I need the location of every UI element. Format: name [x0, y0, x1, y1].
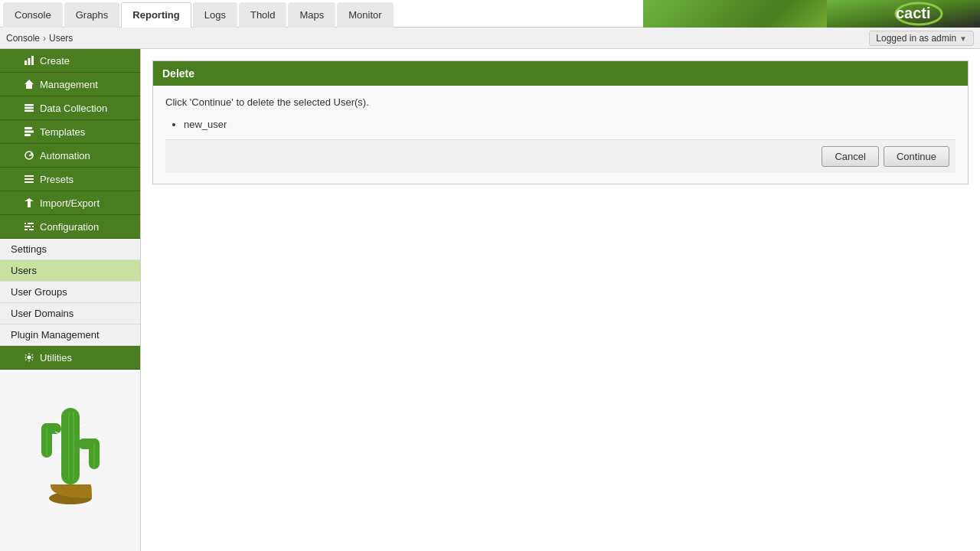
delete-user-item: new_user [184, 117, 956, 132]
sidebar-item-presets[interactable]: Presets [0, 168, 140, 191]
layers-icon [23, 126, 35, 138]
sidebar-label-utilities: Utilities [40, 352, 72, 364]
svg-line-37 [80, 424, 86, 427]
sidebar-label-templates: Templates [40, 126, 85, 138]
sidebar: Create Management Data Collection [0, 49, 141, 551]
svg-line-39 [55, 451, 61, 454]
svg-rect-4 [28, 58, 31, 65]
top-navigation: Console Graphs Reporting Logs Thold Maps… [0, 0, 980, 28]
svg-rect-14 [24, 175, 34, 177]
svg-rect-3 [24, 60, 27, 65]
sidebar-label-create: Create [40, 55, 70, 67]
tab-monitor[interactable]: Monitor [337, 2, 393, 28]
home-icon [23, 78, 35, 90]
stack-icon [23, 102, 35, 114]
sidebar-label-presets: Presets [40, 174, 74, 185]
cycle-icon [23, 149, 35, 161]
svg-rect-15 [24, 178, 34, 180]
svg-rect-28 [41, 423, 61, 434]
svg-point-24 [28, 356, 31, 360]
sidebar-sub-users[interactable]: Users [0, 260, 140, 282]
delete-message: Click 'Continue' to delete the selected … [165, 96, 956, 108]
tab-console[interactable]: Console [3, 2, 63, 28]
svg-rect-26 [61, 408, 80, 484]
svg-marker-6 [24, 80, 34, 89]
breadcrumb-users[interactable]: Users [49, 33, 73, 44]
tab-graphs[interactable]: Graphs [64, 2, 120, 28]
sidebar-item-create[interactable]: Create [0, 49, 140, 73]
tab-logs[interactable]: Logs [193, 2, 237, 28]
delete-panel-title: Delete [153, 61, 968, 86]
svg-rect-23 [28, 228, 29, 231]
sidebar-sub-user-domains[interactable]: User Domains [0, 303, 140, 324]
main-layout: Create Management Data Collection [0, 49, 980, 551]
svg-rect-22 [31, 225, 32, 228]
delete-user-list: new_user [184, 117, 956, 132]
sidebar-sub-plugin-management[interactable]: Plugin Management [0, 324, 140, 346]
delete-panel-body: Click 'Continue' to delete the selected … [153, 86, 968, 184]
svg-rect-9 [24, 110, 34, 112]
tab-maps[interactable]: Maps [288, 2, 335, 28]
svg-rect-5 [31, 56, 34, 65]
sidebar-label-management: Management [40, 79, 98, 90]
logged-in-text: Logged in as admin [876, 33, 956, 44]
svg-rect-16 [24, 181, 34, 183]
tab-thold[interactable]: Thold [239, 2, 287, 28]
svg-text:cacti: cacti [896, 5, 931, 21]
sidebar-label-data-collection: Data Collection [40, 103, 107, 114]
sidebar-item-management[interactable]: Management [0, 73, 140, 96]
svg-marker-17 [24, 198, 34, 207]
svg-rect-8 [24, 107, 34, 109]
breadcrumb-sep: › [43, 33, 46, 44]
breadcrumb: Console › Users [6, 33, 73, 44]
sidebar-label-automation: Automation [40, 150, 90, 161]
sidebar-item-configuration[interactable]: Configuration [0, 215, 140, 239]
sidebar-sub-user-groups[interactable]: User Groups [0, 282, 140, 303]
header-logo: cacti [643, 0, 980, 28]
svg-line-40 [80, 458, 86, 461]
cactus-svg [24, 385, 116, 507]
cancel-button[interactable]: Cancel [822, 146, 878, 167]
breadcrumb-bar: Console › Users Logged in as admin ▼ [0, 28, 980, 49]
cactus-logo [0, 370, 140, 523]
svg-rect-18 [24, 223, 34, 224]
continue-button[interactable]: Continue [884, 146, 949, 167]
svg-rect-21 [26, 222, 28, 225]
config-icon [23, 220, 35, 233]
svg-rect-30 [78, 439, 100, 449]
svg-rect-19 [24, 226, 34, 227]
breadcrumb-console[interactable]: Console [6, 33, 40, 44]
sidebar-item-templates[interactable]: Templates [0, 120, 140, 144]
delete-panel: Delete Click 'Continue' to delete the se… [152, 60, 969, 184]
svg-rect-10 [24, 127, 32, 129]
arrows-icon [23, 197, 35, 209]
chart-icon [23, 54, 35, 67]
tab-reporting[interactable]: Reporting [121, 2, 191, 28]
dropdown-arrow-icon[interactable]: ▼ [959, 34, 967, 43]
svg-rect-12 [24, 134, 31, 136]
sidebar-item-automation[interactable]: Automation [0, 144, 140, 168]
sidebar-label-configuration: Configuration [40, 221, 99, 233]
sidebar-item-utilities[interactable]: Utilities [0, 346, 140, 370]
list-icon [23, 173, 35, 185]
sidebar-sub-settings[interactable]: Settings [0, 239, 140, 260]
svg-rect-7 [24, 104, 34, 106]
gear-icon [23, 351, 35, 364]
svg-rect-11 [24, 131, 34, 133]
delete-actions: Cancel Continue [165, 139, 956, 173]
sidebar-item-data-collection[interactable]: Data Collection [0, 96, 140, 120]
sidebar-label-import-export: Import/Export [40, 197, 100, 209]
svg-line-38 [80, 435, 86, 439]
content-area: Delete Click 'Continue' to delete the se… [141, 49, 980, 551]
svg-line-35 [55, 420, 61, 423]
sidebar-item-import-export[interactable]: Import/Export [0, 191, 140, 215]
logged-in-badge: Logged in as admin ▼ [869, 31, 974, 46]
